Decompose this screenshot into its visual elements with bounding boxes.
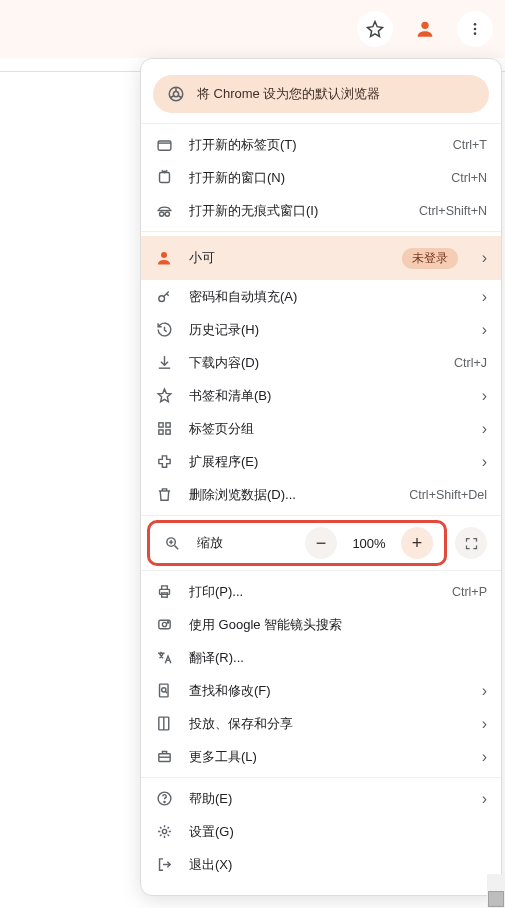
- window-icon: [156, 169, 173, 186]
- menu-exit[interactable]: 退出(X): [141, 848, 501, 881]
- chrome-menu: 将 Chrome 设为您的默认浏览器 打开新的标签页(T) Ctrl+T 打开新…: [140, 58, 502, 896]
- menu-more-tools[interactable]: 更多工具(L) ›: [141, 740, 501, 773]
- svg-point-28: [162, 829, 166, 833]
- key-icon: [156, 288, 173, 305]
- menu-item-label: 密码和自动填充(A): [189, 288, 458, 306]
- menu-item-label: 打开新的无痕式窗口(I): [189, 202, 403, 220]
- shortcut: Ctrl+Shift+N: [419, 204, 487, 218]
- chevron-right-icon: ›: [482, 288, 487, 306]
- menu-item-label: 打开新的标签页(T): [189, 136, 437, 154]
- profile-status: 未登录: [402, 248, 458, 269]
- menu-item-label: 使用 Google 智能镜头搜索: [189, 616, 487, 634]
- briefcase-icon: [156, 748, 173, 765]
- menu-print[interactable]: 打印(P)... Ctrl+P: [141, 575, 501, 608]
- menu-new-window[interactable]: 打开新的窗口(N) Ctrl+N: [141, 161, 501, 194]
- fullscreen-button[interactable]: [455, 527, 487, 559]
- svg-point-11: [158, 296, 164, 302]
- svg-rect-22: [159, 684, 168, 697]
- profile-button[interactable]: [407, 11, 443, 47]
- svg-rect-7: [159, 173, 169, 183]
- menu-item-label: 翻译(R)...: [189, 649, 487, 667]
- fullscreen-icon: [464, 536, 479, 551]
- menu-downloads[interactable]: 下载内容(D) Ctrl+J: [141, 346, 501, 379]
- menu-new-incognito[interactable]: 打开新的无痕式窗口(I) Ctrl+Shift+N: [141, 194, 501, 227]
- star-icon: [156, 387, 173, 404]
- menu-settings[interactable]: 设置(G): [141, 815, 501, 848]
- svg-rect-15: [165, 430, 169, 434]
- menu-new-tab[interactable]: 打开新的标签页(T) Ctrl+T: [141, 128, 501, 161]
- menu-help[interactable]: 帮助(E) ›: [141, 782, 501, 815]
- chevron-right-icon: ›: [482, 420, 487, 438]
- menu-lens[interactable]: 使用 Google 智能镜头搜索: [141, 608, 501, 641]
- menu-item-label: 扩展程序(E): [189, 453, 458, 471]
- menu-item-label: 退出(X): [189, 856, 487, 874]
- lens-icon: [156, 616, 173, 633]
- svg-rect-14: [158, 430, 162, 434]
- menu-passwords[interactable]: 密码和自动填充(A) ›: [141, 280, 501, 313]
- chrome-menu-button[interactable]: [457, 11, 493, 47]
- shortcut: Ctrl+Shift+Del: [409, 488, 487, 502]
- chevron-right-icon: ›: [482, 387, 487, 405]
- menu-clear-data[interactable]: 删除浏览数据(D)... Ctrl+Shift+Del: [141, 478, 501, 511]
- svg-point-8: [159, 212, 163, 216]
- menu-extensions[interactable]: 扩展程序(E) ›: [141, 445, 501, 478]
- chevron-right-icon: ›: [482, 790, 487, 808]
- shortcut: Ctrl+T: [453, 138, 487, 152]
- chevron-right-icon: ›: [482, 453, 487, 471]
- extension-icon: [156, 453, 173, 470]
- svg-rect-12: [158, 423, 162, 427]
- zoom-out-button[interactable]: −: [305, 527, 337, 559]
- translate-icon: [156, 649, 173, 666]
- bookmark-star-button[interactable]: [357, 11, 393, 47]
- menu-item-label: 书签和清单(B): [189, 387, 458, 405]
- zoom-value: 100%: [347, 536, 391, 551]
- svg-rect-13: [165, 423, 169, 427]
- trash-icon: [156, 486, 173, 503]
- menu-translate[interactable]: 翻译(R)...: [141, 641, 501, 674]
- star-icon: [366, 20, 384, 38]
- chevron-right-icon: ›: [482, 748, 487, 766]
- print-icon: [156, 583, 173, 600]
- svg-rect-6: [158, 141, 171, 150]
- scrollbar-thumb[interactable]: [488, 891, 504, 907]
- zoom-in-button[interactable]: +: [401, 527, 433, 559]
- shortcut: Ctrl+J: [454, 356, 487, 370]
- shortcut: Ctrl+P: [452, 585, 487, 599]
- tab-icon: [156, 136, 173, 153]
- svg-point-21: [167, 622, 168, 623]
- menu-item-label: 下载内容(D): [189, 354, 438, 372]
- svg-point-2: [474, 28, 477, 31]
- menu-history[interactable]: 历史记录(H) ›: [141, 313, 501, 346]
- menu-item-label: 删除浏览数据(D)...: [189, 486, 393, 504]
- gear-icon: [156, 823, 173, 840]
- menu-item-label: 打开新的窗口(N): [189, 169, 435, 187]
- zoom-label: 缩放: [197, 534, 223, 552]
- grid-icon: [156, 420, 173, 437]
- zoom-icon: [164, 535, 181, 552]
- history-icon: [156, 321, 173, 338]
- incognito-icon: [156, 202, 173, 219]
- person-icon: [414, 18, 436, 40]
- profile-name: 小可: [189, 249, 386, 267]
- svg-point-27: [163, 801, 164, 802]
- menu-profile[interactable]: 小可 未登录 ›: [141, 236, 501, 280]
- menu-cast[interactable]: 投放、保存和分享 ›: [141, 707, 501, 740]
- help-icon: [156, 790, 173, 807]
- menu-item-label: 历史记录(H): [189, 321, 458, 339]
- svg-point-9: [165, 212, 169, 216]
- menu-find[interactable]: 查找和修改(F) ›: [141, 674, 501, 707]
- promo-text: 将 Chrome 设为您的默认浏览器: [197, 85, 380, 103]
- svg-point-20: [162, 622, 166, 626]
- menu-item-label: 投放、保存和分享: [189, 715, 458, 733]
- chrome-icon: [167, 85, 185, 103]
- chevron-right-icon: ›: [482, 249, 487, 267]
- menu-bookmarks[interactable]: 书签和清单(B) ›: [141, 379, 501, 412]
- svg-point-1: [474, 23, 477, 26]
- svg-point-0: [421, 22, 428, 29]
- default-browser-promo[interactable]: 将 Chrome 设为您的默认浏览器: [153, 75, 489, 113]
- download-icon: [156, 354, 173, 371]
- menu-item-label: 更多工具(L): [189, 748, 458, 766]
- cast-icon: [156, 715, 173, 732]
- menu-item-label: 查找和修改(F): [189, 682, 458, 700]
- menu-tabgroups[interactable]: 标签页分组 ›: [141, 412, 501, 445]
